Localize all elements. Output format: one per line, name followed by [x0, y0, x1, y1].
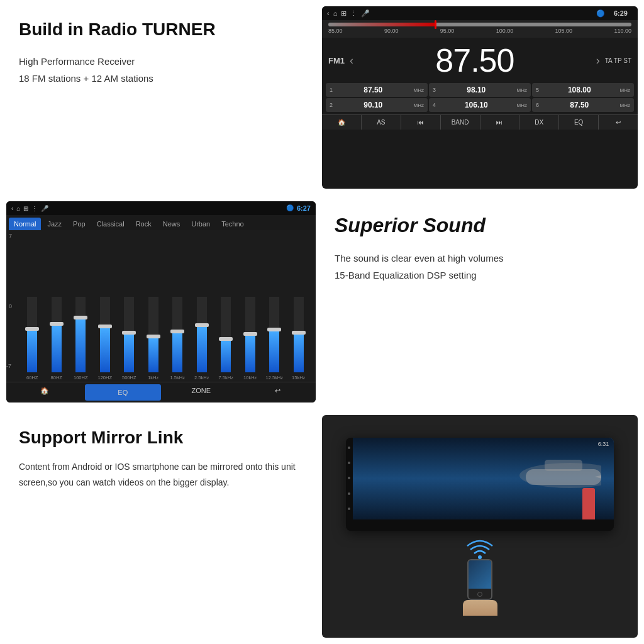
mic-icon[interactable]: 🎤: [361, 9, 370, 18]
eq-bar-500hz[interactable]: [118, 297, 140, 372]
eq-bar-2_5khz[interactable]: [191, 297, 213, 372]
home-icon[interactable]: ⌂: [333, 9, 338, 17]
radio-freq-labels: 85.00 90.00 95.00 100.00 105.00 110.00: [328, 26, 631, 35]
eq-handle-60hz[interactable]: [25, 327, 39, 331]
preset-4[interactable]: 4 106.10 MHz: [429, 98, 531, 112]
as-control[interactable]: AS: [362, 115, 401, 130]
sound-feature2: 15-Band Equalization DSP setting: [335, 267, 625, 284]
eq-bar-7_5khz[interactable]: [215, 297, 237, 372]
eq-bar-100hz[interactable]: [70, 297, 92, 372]
eq-fill-100hz: [75, 319, 86, 372]
eq-body: 7 0 -7: [6, 230, 316, 382]
eq-back-icon[interactable]: ‹: [11, 205, 13, 212]
eq-apps-icon[interactable]: ⊞: [23, 205, 28, 212]
eq-handle-15khz[interactable]: [292, 331, 306, 335]
eq-menu-icon[interactable]: ⋮: [31, 205, 38, 212]
next-control[interactable]: ⏭: [480, 115, 520, 130]
eq-mode-pop[interactable]: Pop: [68, 218, 91, 230]
eq-home-icon[interactable]: ⌂: [16, 205, 20, 212]
car-ctrl-4[interactable]: [348, 492, 350, 495]
next-freq-button[interactable]: ›: [596, 54, 600, 67]
eq-mode-urban[interactable]: Urban: [186, 218, 215, 230]
eq-mode-jazz[interactable]: Jazz: [42, 218, 67, 230]
car-ctrl-3[interactable]: [348, 477, 350, 479]
dx-control[interactable]: DX: [519, 115, 559, 130]
eq-mode-normal[interactable]: Normal: [9, 218, 41, 230]
eq-handle-12_5khz[interactable]: [267, 328, 281, 331]
eq-bars: [19, 297, 312, 372]
eq-fill-120hz: [100, 328, 110, 372]
eq-track-1khz: [148, 297, 158, 372]
phone-screen-display: [469, 560, 491, 589]
eq-handle-2_5khz[interactable]: [195, 323, 209, 327]
phone-home-button[interactable]: [477, 592, 482, 597]
eq-bar-1khz[interactable]: [143, 297, 165, 372]
eq-track-10khz: [245, 297, 255, 372]
preset-6[interactable]: 6 87.50 MHz: [532, 98, 634, 112]
preset-5[interactable]: 5 108.00 MHz: [532, 83, 634, 97]
eq-footer-home[interactable]: 🏠: [6, 382, 83, 402]
menu-icon[interactable]: ⋮: [350, 9, 357, 18]
preset-3[interactable]: 3 98.10 MHz: [429, 83, 531, 97]
phone-device: [467, 559, 492, 600]
radio-track[interactable]: [328, 23, 631, 26]
car-head-unit: 6:31: [346, 438, 614, 531]
prev-freq-button[interactable]: ‹: [350, 54, 353, 67]
eq-bar-12_5khz[interactable]: [264, 297, 286, 372]
eq-handle-500hz[interactable]: [122, 331, 136, 335]
eq-bar-10khz[interactable]: [240, 297, 262, 372]
eq-bar-15khz[interactable]: [288, 297, 310, 372]
radio-controls: 🏠 AS ⏮ BAND ⏭ DX EQ ↩: [322, 114, 638, 130]
eq-footer-zone[interactable]: ZONE: [163, 382, 240, 402]
car-ctrl-1[interactable]: [348, 447, 350, 449]
status-icons: ‹ ⌂ ⊞ ⋮ 🎤: [327, 9, 370, 18]
back-control[interactable]: ↩: [599, 115, 638, 130]
car-unit-screen: 6:31: [353, 438, 614, 519]
eq-footer-back[interactable]: ↩: [240, 382, 316, 402]
radio-feature2: 18 FM stations + 12 AM stations: [19, 70, 309, 87]
svg-rect-3: [545, 460, 582, 471]
eq-fill-7_5khz: [221, 341, 231, 372]
apps-icon[interactable]: ⊞: [341, 9, 347, 18]
eq-bar-120hz[interactable]: [94, 297, 116, 372]
car-ctrl-5[interactable]: [348, 508, 350, 510]
mirror-title: Support Mirror Link: [19, 428, 309, 448]
eq-track-7_5khz: [221, 297, 231, 372]
preset-2[interactable]: 2 90.10 MHz: [326, 98, 428, 112]
eq-track-12_5khz: [269, 297, 279, 372]
eq-mode-classical[interactable]: Classical: [92, 218, 130, 230]
status-time: 6:29: [609, 6, 633, 20]
eq-handle-80hz[interactable]: [50, 322, 64, 326]
eq-screen: ‹ ⌂ ⊞ ⋮ 🎤 🔵 6:27 Normal Jazz Pop Classic…: [6, 201, 316, 402]
eq-bar-1_5khz[interactable]: [167, 297, 189, 372]
page: Build in Radio TURNER High Performance R…: [0, 0, 644, 644]
preset-1[interactable]: 1 87.50 MHz: [326, 83, 428, 97]
eq-bar-80hz[interactable]: [46, 297, 68, 372]
eq-bar-60hz[interactable]: [21, 297, 43, 372]
eq-mic-icon[interactable]: 🎤: [41, 205, 48, 212]
mirror-description: Content from Android or IOS smartphone c…: [19, 459, 309, 491]
eq-fill-12_5khz: [269, 331, 279, 372]
prev-control[interactable]: ⏮: [401, 115, 441, 130]
eq-footer-eq[interactable]: EQ: [85, 384, 162, 401]
eq-modes: Normal Jazz Pop Classical Rock News Urba…: [6, 215, 316, 230]
mirror-screen-section: 6:31: [322, 415, 638, 638]
eq-fill-15khz: [294, 335, 304, 372]
radio-tags: TA TP ST: [605, 56, 631, 65]
sound-title: Superior Sound: [335, 214, 625, 237]
home-control[interactable]: 🏠: [322, 115, 362, 130]
eq-handle-1_5khz[interactable]: [170, 330, 184, 333]
back-icon[interactable]: ‹: [327, 9, 330, 17]
car-side-controls: [346, 438, 353, 519]
eq-handle-100hz[interactable]: [74, 316, 87, 319]
eq-mode-rock[interactable]: Rock: [131, 218, 157, 230]
band-control[interactable]: BAND: [441, 115, 480, 130]
eq-handle-120hz[interactable]: [98, 325, 112, 328]
eq-mode-techno[interactable]: Techno: [216, 218, 248, 230]
eq-handle-1khz[interactable]: [147, 335, 160, 338]
eq-handle-10khz[interactable]: [243, 332, 257, 336]
eq-control[interactable]: EQ: [559, 115, 599, 130]
eq-handle-7_5khz[interactable]: [219, 337, 233, 341]
eq-mode-news[interactable]: News: [158, 218, 186, 230]
car-ctrl-2[interactable]: [348, 462, 350, 464]
